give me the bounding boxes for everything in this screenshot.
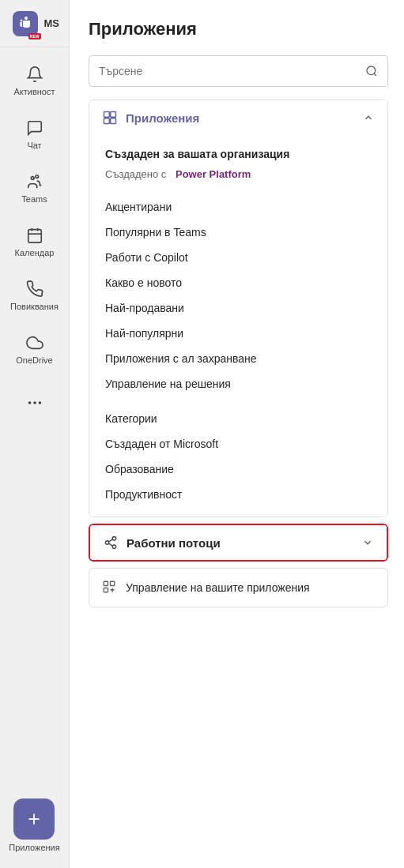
workflow-section-chevron-down-icon <box>361 536 374 549</box>
svg-line-22 <box>108 539 112 542</box>
svg-line-13 <box>374 73 376 76</box>
workflow-icon <box>103 535 119 550</box>
svg-point-8 <box>33 401 36 404</box>
menu-item-built-with-pp[interactable]: Създадено с Power Platform <box>89 167 387 185</box>
sidebar-item-apps-wrapper: Приложения <box>9 798 59 852</box>
sidebar-item-calls[interactable]: Повиквания <box>0 269 70 322</box>
apps-section: Приложения Създаден за вашата организаци… <box>89 100 388 517</box>
teams-icon <box>25 172 44 191</box>
apps-section-header[interactable]: Приложения <box>89 100 387 135</box>
sidebar-item-activity-label: Активност <box>13 87 55 96</box>
menu-item-solution-mgmt[interactable]: Управление на решения <box>89 371 387 396</box>
svg-rect-25 <box>104 588 108 592</box>
workflow-section-label: Работни потоци <box>126 536 353 550</box>
svg-rect-16 <box>104 118 110 124</box>
sidebar-item-teams-label: Teams <box>21 194 47 204</box>
sidebar: MS Активност Чат Teams <box>0 0 70 868</box>
more-icon <box>25 393 44 412</box>
svg-point-1 <box>31 177 34 180</box>
svg-point-2 <box>35 175 38 178</box>
manage-apps-label: Управление на вашите приложения <box>126 581 310 594</box>
apps-section-label: Приложения <box>126 111 354 125</box>
menu-item-popular-teams[interactable]: Популярни в Teams <box>89 220 387 245</box>
sidebar-item-chat[interactable]: Чат <box>0 107 70 161</box>
menu-item-best-sellers[interactable]: Най-продавани <box>89 295 387 321</box>
svg-point-9 <box>38 401 41 404</box>
svg-rect-17 <box>111 118 116 124</box>
menu-item-by-microsoft[interactable]: Създаден от Microsoft <box>89 431 387 457</box>
svg-point-20 <box>112 545 116 549</box>
menu-item-productivity[interactable]: Продуктивност <box>89 482 387 507</box>
sidebar-item-onedrive-label: OneDrive <box>16 355 52 365</box>
menu-item-categories[interactable]: Категории <box>89 406 387 431</box>
menu-item-whats-new[interactable]: Какво е новото <box>89 270 387 295</box>
sidebar-item-onedrive[interactable]: OneDrive <box>0 322 70 376</box>
svg-rect-23 <box>104 581 108 585</box>
svg-rect-24 <box>111 581 115 585</box>
workflow-section-header[interactable]: Работни потоци <box>90 525 387 560</box>
manage-apps-icon <box>102 580 118 596</box>
search-icon <box>365 65 378 77</box>
page-title: Приложения <box>89 19 388 39</box>
sidebar-item-calendar-label: Календар <box>15 248 55 257</box>
apps-section-content: Създаден за вашата организация Създадено… <box>89 135 387 517</box>
sidebar-item-apps[interactable] <box>13 798 55 840</box>
svg-point-0 <box>20 19 22 21</box>
svg-line-21 <box>108 543 112 546</box>
search-input[interactable] <box>99 65 359 77</box>
sidebar-item-chat-label: Чат <box>27 141 41 150</box>
svg-rect-15 <box>111 112 116 118</box>
workflow-section: Работни потоци <box>89 524 388 562</box>
svg-point-7 <box>28 401 31 404</box>
apps-section-chevron-up-icon <box>362 111 375 124</box>
calendar-icon <box>25 226 44 245</box>
menu-item-most-popular[interactable]: Най-популярни <box>89 321 387 346</box>
sidebar-item-activity[interactable]: Активност <box>0 54 70 107</box>
sidebar-item-apps-label: Приложения <box>9 843 59 852</box>
svg-point-19 <box>105 541 109 545</box>
sidebar-item-calls-label: Повиквания <box>10 302 59 311</box>
cloud-icon <box>25 333 44 352</box>
menu-item-education[interactable]: Образование <box>89 457 387 482</box>
main-content: Приложения Приложения <box>70 0 404 868</box>
power-platform-label: Power Platform <box>176 168 251 180</box>
menu-item-featured[interactable]: Акцентирани <box>89 194 387 220</box>
app-logo: MS <box>0 0 70 47</box>
sidebar-item-calendar[interactable]: Календар <box>0 215 70 269</box>
svg-point-18 <box>112 537 116 541</box>
phone-icon <box>25 280 44 299</box>
svg-rect-3 <box>28 230 41 243</box>
menu-item-copilot[interactable]: Работи с Copilot <box>89 245 387 270</box>
sidebar-item-more[interactable] <box>0 376 70 430</box>
chat-icon <box>25 118 44 137</box>
menu-item-built-for-org[interactable]: Създаден за вашата организация <box>89 141 387 167</box>
svg-point-12 <box>367 66 376 75</box>
apps-section-icon <box>102 110 118 126</box>
teams-logo-icon <box>13 11 38 36</box>
search-box[interactable] <box>89 55 388 87</box>
manage-apps-item[interactable]: Управление на вашите приложения <box>89 568 388 607</box>
svg-rect-14 <box>104 112 110 118</box>
app-name: MS <box>44 17 60 29</box>
menu-item-ai-powered[interactable]: Приложения с ал захранване <box>89 346 387 371</box>
sidebar-item-teams[interactable]: Teams <box>0 161 70 215</box>
bell-icon <box>25 65 44 84</box>
